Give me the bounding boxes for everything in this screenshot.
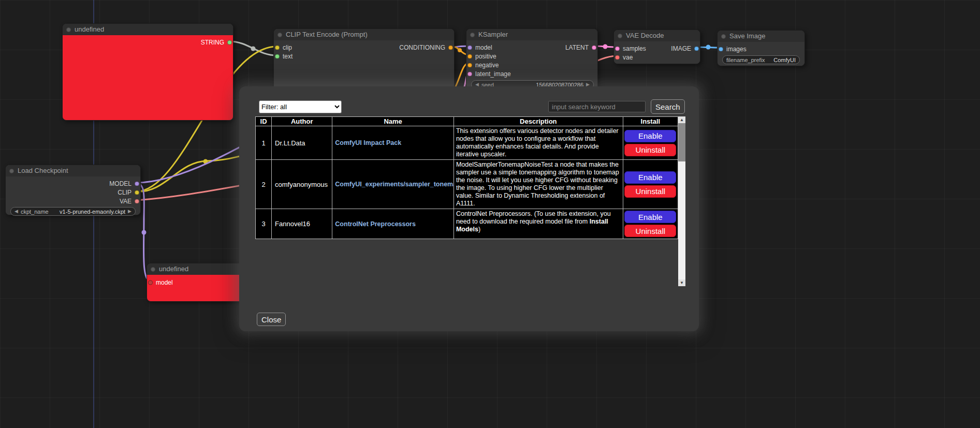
- node-body: STRING: [63, 35, 233, 120]
- port-label-image: IMAGE: [671, 45, 691, 52]
- port-string-output[interactable]: [227, 40, 232, 45]
- header-description: Description: [454, 117, 623, 126]
- description-text: ControlNet Preprocessors. (To use this e…: [456, 210, 611, 225]
- row-author: Dr.Lt.Data: [272, 126, 332, 160]
- port-label-latent: LATENT: [565, 44, 589, 51]
- row-description: ModelSamplerTonemapNoiseTest a node that…: [454, 160, 623, 209]
- node-save-image[interactable]: Save Image images filename_prefix ComfyU…: [717, 30, 805, 66]
- description-text: ): [478, 226, 480, 233]
- wire-midpoint-dot: [251, 47, 256, 51]
- port-row: negative: [466, 61, 597, 69]
- node-body: images filename_prefix ComfyUI: [718, 42, 805, 66]
- collapse-dot-icon[interactable]: [721, 34, 726, 39]
- close-button[interactable]: Close: [257, 313, 286, 326]
- filename-prefix-widget[interactable]: filename_prefix ComfyUI: [722, 55, 800, 64]
- node-title: undefined: [159, 265, 188, 273]
- port-samples-input[interactable]: [615, 46, 620, 51]
- collapse-dot-icon[interactable]: [9, 169, 14, 173]
- port-clip-output[interactable]: [135, 190, 139, 195]
- port-vae-input[interactable]: [615, 55, 620, 60]
- uninstall-button[interactable]: Uninstall: [624, 185, 676, 198]
- node-title: undefined: [75, 25, 104, 33]
- node-vae-decode[interactable]: VAE Decode samples IMAGE vae: [613, 29, 700, 64]
- node-load-checkpoint[interactable]: Load Checkpoint MODEL CLIP VAE ◀ ckpt_na…: [5, 165, 141, 215]
- enable-button[interactable]: Enable: [624, 211, 676, 223]
- extension-name-link[interactable]: ControlNet Preprocessors: [332, 209, 454, 239]
- port-model-output[interactable]: [135, 181, 139, 186]
- collapse-dot-icon[interactable]: [277, 33, 282, 37]
- port-label-conditioning: CONDITIONING: [399, 44, 445, 51]
- table-row: 2 comfyanonymous ComfyUI_experiments/sam…: [256, 160, 678, 209]
- node-header[interactable]: Load Checkpoint: [6, 165, 140, 176]
- node-header[interactable]: Save Image: [718, 31, 805, 42]
- port-label-positive: positive: [475, 53, 496, 60]
- collapse-dot-icon[interactable]: [66, 27, 71, 32]
- uninstall-button[interactable]: Uninstall: [624, 144, 676, 156]
- port-label-clip: clip: [283, 44, 292, 51]
- node-header[interactable]: KSampler: [466, 29, 597, 40]
- port-positive-input[interactable]: [467, 54, 472, 58]
- port-row: latent_image: [466, 69, 597, 78]
- prev-arrow-icon[interactable]: ◀: [14, 207, 18, 216]
- port-latent-output[interactable]: [592, 45, 596, 50]
- filename-prefix-label: filename_prefix: [726, 57, 765, 63]
- port-label-images: images: [726, 46, 747, 53]
- node-title: VAE Decode: [626, 32, 664, 39]
- port-negative-input[interactable]: [467, 63, 472, 67]
- filter-select[interactable]: Filter: all: [259, 100, 342, 113]
- port-model-input[interactable]: [467, 45, 472, 50]
- row-install-cell: Enable Uninstall: [623, 209, 678, 239]
- node-title: KSampler: [478, 31, 508, 38]
- scrollbar-down-icon[interactable]: ▼: [678, 279, 685, 286]
- node-header[interactable]: undefined: [63, 24, 233, 35]
- search-input[interactable]: [548, 101, 646, 112]
- collapse-dot-icon[interactable]: [618, 34, 622, 38]
- port-row: clip CONDITIONING: [274, 43, 454, 52]
- port-label-text: text: [283, 53, 292, 60]
- port-clip-input[interactable]: [275, 45, 280, 50]
- scrollbar-thumb[interactable]: [678, 123, 685, 161]
- enable-button[interactable]: Enable: [624, 130, 676, 142]
- extension-name-link[interactable]: ComfyUI_experiments/sampler_tonemap: [332, 160, 454, 209]
- port-label-latent-image: latent_image: [475, 70, 511, 78]
- node-header[interactable]: VAE Decode: [614, 30, 700, 41]
- port-model-input[interactable]: [148, 280, 153, 285]
- enable-button[interactable]: Enable: [624, 171, 676, 184]
- port-text-input[interactable]: [275, 54, 280, 58]
- port-images-input[interactable]: [719, 47, 723, 51]
- scrollbar-up-icon[interactable]: ▲: [678, 116, 685, 123]
- extension-name-link[interactable]: ComfyUI Impact Pack: [332, 126, 454, 160]
- header-name: Name: [332, 117, 454, 126]
- port-conditioning-output[interactable]: [448, 45, 453, 50]
- row-description: This extension offers various detector n…: [454, 126, 623, 160]
- extension-table: ID Author Name Description Install 1 Dr.…: [255, 116, 678, 239]
- port-latent-image-input[interactable]: [467, 71, 472, 76]
- node-undefined-top[interactable]: undefined STRING: [62, 23, 233, 121]
- wire-midpoint-dot: [458, 48, 462, 52]
- port-label-string: STRING: [201, 39, 224, 46]
- collapse-dot-icon[interactable]: [470, 33, 475, 37]
- node-body: MODEL CLIP VAE ◀ ckpt_name v1-5-pruned-e…: [6, 176, 140, 215]
- uninstall-button[interactable]: Uninstall: [624, 225, 676, 237]
- next-arrow-icon[interactable]: ▶: [128, 207, 131, 216]
- custom-nodes-manager-dialog: Filter: all Search ID Author Name Descri…: [239, 86, 699, 331]
- row-description: ControlNet Preprocessors. (To use this e…: [454, 209, 623, 239]
- node-header[interactable]: CLIP Text Encode (Prompt): [274, 29, 454, 40]
- ckpt-widget-label: ckpt_name: [21, 209, 49, 215]
- node-graph-canvas[interactable]: undefined STRING CLIP Text Encode (Promp…: [0, 0, 980, 428]
- table-scrollbar[interactable]: ▲ ▼: [678, 116, 685, 286]
- wire-midpoint-dot: [603, 45, 608, 49]
- port-label-vae: vae: [623, 54, 633, 61]
- port-vae-output[interactable]: [135, 199, 139, 203]
- port-label-clip: CLIP: [118, 189, 131, 196]
- collapse-dot-icon[interactable]: [151, 267, 155, 272]
- search-button[interactable]: Search: [651, 99, 685, 114]
- port-image-output[interactable]: [694, 46, 699, 51]
- port-label-model: model: [156, 279, 173, 286]
- extension-list-scroll-area: ID Author Name Description Install 1 Dr.…: [255, 116, 685, 286]
- row-id: 1: [256, 126, 272, 160]
- row-install-cell: Enable Uninstall: [623, 160, 678, 209]
- row-install-cell: Enable Uninstall: [623, 126, 678, 160]
- header-author: Author: [272, 117, 332, 126]
- ckpt-name-widget[interactable]: ◀ ckpt_name v1-5-pruned-emaonly.ckpt ▶: [10, 207, 136, 216]
